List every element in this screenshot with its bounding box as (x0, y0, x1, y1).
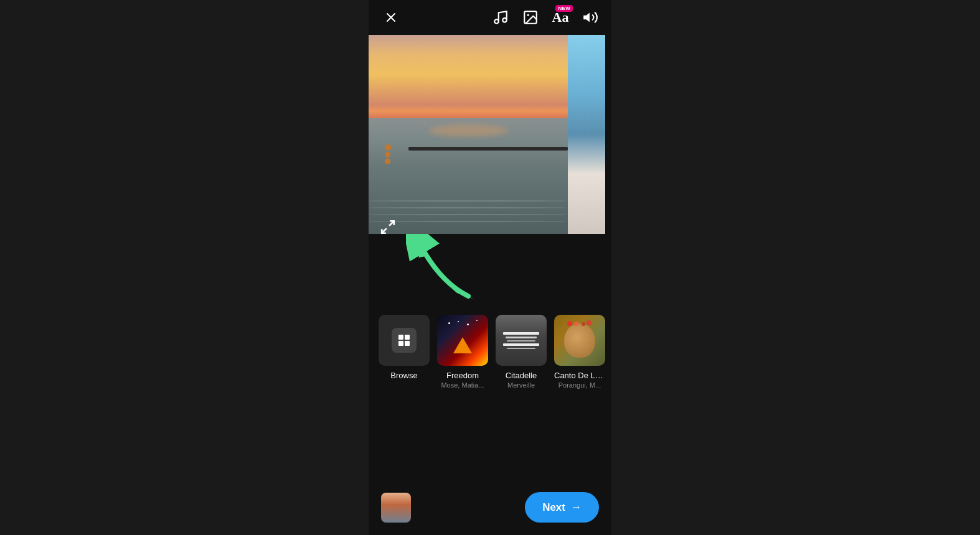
main-image[interactable] (369, 35, 568, 234)
flower-dark (582, 322, 585, 326)
wave2 (369, 207, 568, 208)
canto-figure (554, 315, 605, 366)
canto-head (564, 323, 595, 358)
close-button[interactable] (381, 7, 401, 27)
second-image[interactable] (568, 35, 605, 234)
svg-rect-8 (398, 335, 403, 340)
toolbar: NEW Aa (369, 0, 611, 35)
sea-reflection (428, 124, 508, 137)
breakwater (408, 147, 568, 151)
expand-icon-wrapper (379, 218, 397, 234)
next-label: Next (542, 501, 565, 514)
music-item-citadelle[interactable]: Citadelle Merveille (496, 315, 547, 389)
next-button[interactable]: Next → (525, 492, 599, 523)
star2 (458, 321, 459, 322)
arrow-area (369, 234, 611, 309)
buoy-ball-2 (385, 152, 390, 157)
wave1 (369, 200, 568, 202)
canto-title: Canto De La... (554, 371, 605, 380)
freedom-title: Freedom (446, 371, 479, 380)
second-image-canvas (568, 35, 605, 234)
green-arrow (406, 234, 487, 302)
next-arrow-icon: → (570, 501, 582, 514)
gallery-icon[interactable] (522, 9, 539, 26)
wave3 (369, 214, 568, 215)
image-strip (369, 35, 611, 234)
music-item-canto[interactable]: Canto De La... Porangui, M... (554, 315, 605, 389)
thumb-inner (381, 493, 411, 523)
svg-marker-4 (583, 12, 590, 22)
star1 (448, 322, 450, 324)
star3 (467, 323, 469, 325)
sunset-scene (369, 35, 568, 234)
flower-red (567, 321, 572, 326)
flower-large (587, 320, 591, 325)
citadelle-thumbnail (496, 315, 547, 366)
sea (369, 118, 568, 234)
svg-point-3 (527, 14, 529, 16)
new-badge: NEW (555, 5, 573, 12)
bottom-area: Next → (369, 482, 611, 535)
sign-line-5 (507, 348, 535, 349)
buoy-ball-1 (385, 144, 391, 151)
music-icon[interactable] (492, 9, 509, 26)
sign-line-1 (503, 332, 539, 335)
sign-line-3 (507, 340, 535, 342)
browse-title: Browse (390, 371, 417, 380)
music-item-browse[interactable]: Browse (379, 315, 430, 389)
wave4 (369, 221, 568, 222)
browse-thumbnail (379, 315, 430, 366)
expand-icon[interactable] (379, 218, 397, 234)
svg-rect-10 (398, 341, 403, 346)
volume-icon[interactable] (582, 9, 599, 26)
freedom-subtitle: Mose, Matia... (441, 381, 484, 389)
buoy (385, 144, 391, 164)
thumbnail-preview[interactable] (381, 493, 411, 523)
browse-icon (392, 328, 417, 353)
flower-orange (574, 322, 578, 326)
music-row: Browse Freedom Mose, Matia... (369, 315, 611, 389)
sign-line-4 (503, 343, 539, 346)
toolbar-actions: NEW Aa (492, 9, 599, 26)
citadelle-title: Citadelle (506, 371, 537, 380)
canto-thumbnail (554, 315, 605, 366)
star4 (476, 320, 478, 321)
citadelle-subtitle: Merveille (507, 381, 535, 389)
svg-rect-9 (405, 335, 410, 340)
freedom-triangle (453, 337, 472, 353)
music-section: Browse Freedom Mose, Matia... (369, 309, 611, 482)
citadelle-sign (496, 315, 547, 366)
svg-rect-11 (405, 341, 410, 346)
music-item-freedom[interactable]: Freedom Mose, Matia... (437, 315, 488, 389)
phone-modal: NEW Aa (369, 0, 611, 535)
canto-subtitle: Porangui, M... (558, 381, 601, 389)
freedom-thumbnail (437, 315, 488, 366)
buoy-ball-3 (385, 159, 390, 164)
freedom-stars (442, 320, 483, 332)
text-icon[interactable]: NEW Aa (552, 9, 569, 26)
sign-line-2 (506, 337, 537, 338)
